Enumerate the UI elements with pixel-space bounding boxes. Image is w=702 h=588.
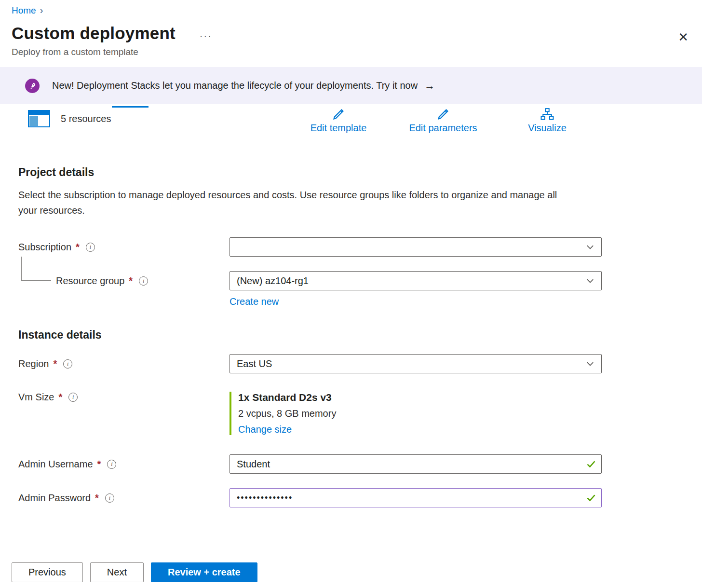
change-size-link[interactable]: Change size xyxy=(238,424,292,435)
vm-size-name: 1x Standard D2s v3 xyxy=(238,392,602,403)
vm-size-label-group: Vm Size* xyxy=(18,392,230,403)
instance-details-heading: Instance details xyxy=(18,328,702,342)
admin-password-row: Admin Password* xyxy=(0,488,702,507)
edit-template-label: Edit template xyxy=(310,123,367,134)
chevron-down-icon xyxy=(586,359,594,368)
required-asterisk: * xyxy=(58,392,62,403)
valid-check-icon xyxy=(586,493,596,503)
info-icon[interactable] xyxy=(86,243,95,252)
admin-username-row: Admin Username* xyxy=(0,454,702,474)
resource-group-value: (New) az104-rg1 xyxy=(237,275,586,287)
breadcrumb: Home› xyxy=(0,0,702,16)
flowchart-icon xyxy=(540,107,554,122)
subscription-label-group: Subscription* xyxy=(18,237,230,257)
visualize-label: Visualize xyxy=(528,123,567,134)
banner-text: New! Deployment Stacks let you manage th… xyxy=(52,80,418,91)
resource-group-label: Resource group xyxy=(56,275,124,287)
subscription-dropdown[interactable] xyxy=(230,237,602,257)
breadcrumb-home-link[interactable]: Home xyxy=(12,5,36,15)
valid-check-icon xyxy=(586,459,596,469)
footer-actions: Previous Next Review + create xyxy=(12,562,257,582)
admin-username-input[interactable] xyxy=(230,454,602,474)
more-options-icon[interactable]: ··· xyxy=(200,30,212,41)
project-details-heading: Project details xyxy=(18,166,702,179)
page-title: Custom deployment xyxy=(12,24,176,43)
region-dropdown[interactable]: East US xyxy=(230,354,602,373)
required-asterisk: * xyxy=(129,275,133,287)
admin-password-input[interactable] xyxy=(230,488,602,507)
required-asterisk: * xyxy=(95,492,99,504)
admin-username-label-group: Admin Username* xyxy=(18,454,230,474)
required-asterisk: * xyxy=(76,242,80,253)
vm-size-label: Vm Size xyxy=(18,392,54,403)
required-asterisk: * xyxy=(97,459,101,470)
edit-parameters-button[interactable]: Edit parameters xyxy=(390,107,496,134)
chevron-down-icon xyxy=(586,276,594,285)
visualize-button[interactable]: Visualize xyxy=(494,107,600,134)
admin-password-label: Admin Password xyxy=(18,492,91,504)
info-icon[interactable] xyxy=(105,493,114,503)
create-new-link[interactable]: Create new xyxy=(230,296,279,307)
previous-button[interactable]: Previous xyxy=(12,562,83,582)
region-value: East US xyxy=(237,358,586,369)
required-asterisk: * xyxy=(53,358,57,369)
vm-size-summary: 1x Standard D2s v3 2 vcpus, 8 GB memory … xyxy=(230,392,602,435)
arrow-right-icon[interactable]: → xyxy=(424,80,435,92)
info-icon[interactable] xyxy=(139,276,148,286)
subscription-label: Subscription xyxy=(18,242,71,253)
project-details-description: Select the subscription to manage deploy… xyxy=(18,188,578,218)
region-label: Region xyxy=(18,358,49,369)
template-actions: Edit template Edit parameters Visualiz xyxy=(0,106,702,145)
review-create-button[interactable]: Review + create xyxy=(151,562,257,582)
region-label-group: Region* xyxy=(18,354,230,373)
region-row: Region* East US xyxy=(0,354,702,373)
resource-group-row: Resource group* (New) az104-rg1 xyxy=(0,271,702,290)
info-icon[interactable] xyxy=(107,460,116,469)
next-button[interactable]: Next xyxy=(90,562,144,582)
edit-parameters-label: Edit parameters xyxy=(409,123,477,134)
info-icon[interactable] xyxy=(63,359,72,369)
breadcrumb-chevron-icon: › xyxy=(40,5,43,15)
vm-size-row: Vm Size* 1x Standard D2s v3 2 vcpus, 8 G… xyxy=(0,392,702,435)
subscription-group: Subscription* Resource group* (New) az10… xyxy=(0,237,702,307)
title-row: Custom deployment ··· xyxy=(12,24,702,43)
deployment-stacks-banner[interactable]: New! Deployment Stacks let you manage th… xyxy=(0,67,702,104)
edit-template-button[interactable]: Edit template xyxy=(285,107,392,134)
pencil-icon xyxy=(331,107,346,122)
template-bar: 5 resources Edit template Edit parameter… xyxy=(0,106,702,145)
vm-size-specs: 2 vcpus, 8 GB memory xyxy=(238,408,602,419)
tree-connector-line xyxy=(21,257,51,281)
admin-password-label-group: Admin Password* xyxy=(18,488,230,507)
rocket-icon xyxy=(25,79,40,93)
pencil-icon xyxy=(436,107,450,122)
admin-username-label: Admin Username xyxy=(18,459,93,470)
subscription-row: Subscription* xyxy=(0,237,702,257)
resource-group-dropdown[interactable]: (New) az104-rg1 xyxy=(230,271,602,290)
info-icon[interactable] xyxy=(68,393,78,402)
page-subtitle: Deploy from a custom template xyxy=(12,47,702,57)
chevron-down-icon xyxy=(586,243,594,251)
close-icon[interactable]: ✕ xyxy=(676,29,690,45)
